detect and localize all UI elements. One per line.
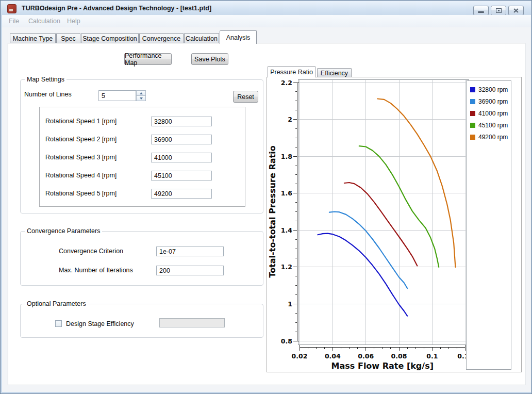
menu-help[interactable]: Help [67,18,80,25]
window-controls [473,6,524,15]
reset-button[interactable]: Reset [233,91,258,103]
legend-label: 41000 rpm [478,110,508,117]
legend-label: 36900 rpm [478,98,508,105]
svg-text:0.8: 0.8 [281,337,292,345]
tab-convergence[interactable]: Convergence [139,33,184,43]
legend-swatch [470,135,475,140]
minimize-icon [478,11,484,13]
number-of-lines-input[interactable] [98,90,136,101]
close-icon [513,8,519,13]
window-title: TURBOdesign Pre - Advanced Design Techno… [22,5,211,12]
menu-bar: File Calculation Help [2,15,531,27]
design-stage-efficiency-input [159,318,225,327]
app-icon [7,4,16,13]
speed-3-input[interactable] [151,153,212,162]
max-iterations-label: Max. Number of Iterations [59,267,133,274]
tab-stage-composition[interactable]: Stage Composition [81,33,139,43]
map-settings-title: Map Settings [25,76,66,83]
convergence-criterion-label: Convergence Criterion [59,248,123,255]
maximize-button[interactable] [491,6,506,15]
chart-panel: .tick{font:bold 12.5px "DejaVu Sans",san… [267,77,522,372]
speed-5-label: Rotational Speed 5 [rpm] [45,190,117,197]
app-window: TURBOdesign Pre - Advanced Design Techno… [0,0,532,394]
chart-legend: 32800 rpm36900 rpm41000 rpm45100 rpm4920… [466,80,511,370]
speed-2-label: Rotational Speed 2 [rpm] [45,136,117,143]
legend-item: 49200 rpm [467,131,511,143]
legend-label: 32800 rpm [478,86,508,93]
svg-text:0.06: 0.06 [358,352,374,360]
speed-4-label: Rotational Speed 4 [rpm] [45,172,117,179]
chart-tab-efficiency[interactable]: Efficiency [317,68,352,77]
svg-text:0.04: 0.04 [325,352,341,360]
menu-file[interactable]: File [9,18,19,25]
speed-2-input[interactable] [151,135,212,144]
legend-swatch [470,123,475,128]
menu-calculation[interactable]: Calculation [28,18,60,25]
svg-text:1.8: 1.8 [281,153,292,160]
performance-map-button[interactable]: Performance Map [124,53,172,65]
number-of-lines-stepper [136,90,146,101]
svg-text:1: 1 [288,300,292,308]
svg-text:2.2: 2.2 [281,79,292,87]
legend-swatch [470,111,475,116]
design-stage-efficiency-checkbox[interactable] [55,320,62,327]
speed-3-label: Rotational Speed 3 [rpm] [45,154,117,161]
speed-1-input[interactable] [151,117,212,126]
svg-text:Total-to-total Pressure Ratio: Total-to-total Pressure Ratio [268,145,277,277]
spin-down-button[interactable] [136,96,146,101]
tab-spec[interactable]: Spec [56,33,80,43]
svg-text:0.1: 0.1 [426,352,438,360]
legend-label: 49200 rpm [478,134,508,141]
speed-4-input[interactable] [151,171,212,180]
title-bar: TURBOdesign Pre - Advanced Design Techno… [1,1,531,15]
convergence-parameters-title: Convergence Parameters [25,227,102,235]
svg-text:1.4: 1.4 [281,226,292,234]
number-of-lines-label: Number of Lines [24,91,72,98]
legend-item: 45100 rpm [467,119,511,131]
arrow-up-icon [140,92,143,94]
svg-text:0.02: 0.02 [292,352,308,360]
chart-tab-pressure-ratio[interactable]: Pressure Ratio [268,66,315,77]
svg-text:2: 2 [288,116,292,123]
convergence-parameters-group: Convergence Parameters [20,231,263,286]
svg-text:Mass Flow Rate [kg/s]: Mass Flow Rate [kg/s] [331,361,434,371]
arrow-down-icon [140,97,143,100]
optional-parameters-title: Optional Parameters [25,300,88,307]
svg-text:1.2: 1.2 [281,263,292,271]
svg-text:0.08: 0.08 [391,352,407,360]
legend-item: 36900 rpm [467,95,511,107]
design-stage-efficiency-label: Design Stage Efficiency [66,320,134,327]
minimize-button[interactable] [473,6,489,15]
speed-1-label: Rotational Speed 1 [rpm] [45,118,117,125]
speed-5-input[interactable] [151,189,212,199]
legend-item: 41000 rpm [467,107,511,119]
legend-swatch [470,87,475,92]
maximize-icon [496,8,502,13]
spin-up-button[interactable] [136,90,146,96]
close-button[interactable] [508,6,524,15]
save-plots-button[interactable]: Save Plots [191,53,228,65]
legend-label: 45100 rpm [478,122,508,129]
convergence-criterion-input[interactable] [156,247,224,256]
legend-item: 32800 rpm [467,84,511,95]
max-iterations-input[interactable] [156,266,224,275]
tab-machine-type[interactable]: Machine Type [10,33,56,43]
tab-calculation[interactable]: Calculation [184,33,219,43]
svg-text:1.6: 1.6 [281,189,292,197]
legend-swatch [470,99,475,104]
tab-analysis[interactable]: Analysis [220,30,257,44]
